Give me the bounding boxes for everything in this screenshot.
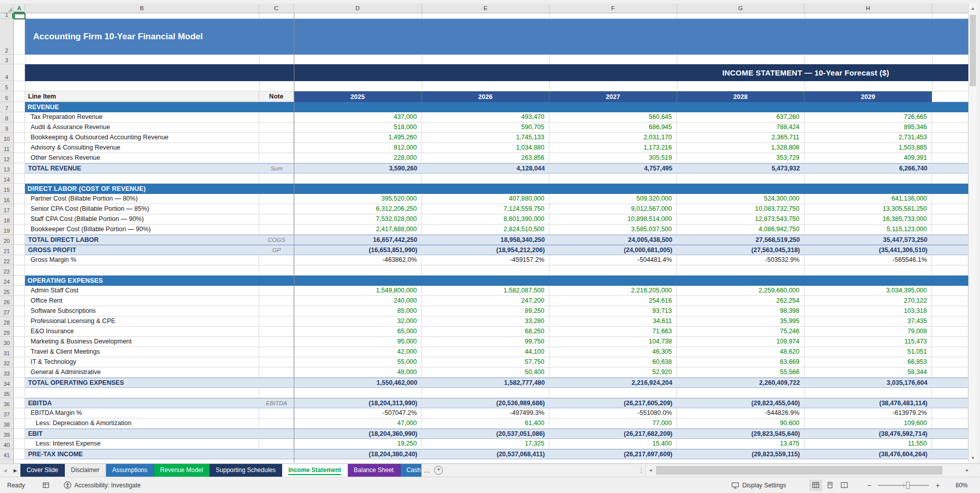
cell-I35[interactable] [932, 388, 968, 398]
sheet-tab-balance-sheet[interactable]: Balance Sheet [348, 464, 400, 477]
sheet-tab-cash[interactable]: Cash [400, 464, 421, 477]
normal-view-button[interactable] [809, 480, 822, 491]
cell-F38[interactable]: 77,000 [549, 418, 677, 429]
zoom-level[interactable]: 80% [949, 482, 968, 489]
cell-G26[interactable]: 262,254 [677, 296, 805, 306]
cell-D19[interactable]: 2,417,688,000 [294, 225, 422, 235]
cell-G38[interactable]: 90,600 [677, 418, 805, 429]
cell-E13[interactable]: 4,128,044 [422, 163, 549, 174]
cell-D9[interactable]: 518,000 [294, 122, 422, 133]
cell-F19[interactable]: 3,585,037,500 [549, 225, 677, 235]
cell-I23[interactable] [932, 265, 968, 276]
cell-C14[interactable] [259, 174, 294, 184]
cell-B15[interactable]: DIRECT LABOR (COST OF REVENUE) [25, 184, 968, 194]
cell-I34[interactable] [932, 378, 968, 388]
vertical-scrollbar-thumb[interactable] [970, 15, 976, 86]
zoom-slider-thumb[interactable] [906, 482, 910, 489]
cell-E8[interactable]: 493,470 [422, 112, 549, 122]
cell-A26[interactable] [14, 296, 25, 306]
cell-A30[interactable] [14, 337, 25, 347]
cell-A28[interactable] [14, 316, 25, 327]
cell-E32[interactable]: 57,750 [422, 357, 549, 367]
cell-F17[interactable]: 9,012,567,000 [549, 204, 677, 214]
header-year-2025[interactable]: 2025 [294, 91, 422, 102]
accessibility-status[interactable]: Accessibility: Investigate [64, 481, 141, 489]
cell-H17[interactable]: 13,305,581,250 [805, 204, 932, 214]
row-header-25[interactable]: 25 [0, 286, 13, 296]
cell-C40[interactable] [259, 439, 294, 449]
cell-I28[interactable] [932, 316, 968, 327]
sheet-tab-revenue-model[interactable]: Revenue Model [154, 464, 210, 477]
sheet-tab-disclaimer[interactable]: Disclaimer [65, 464, 106, 477]
cell-E37[interactable]: -497499.3% [422, 408, 549, 418]
cell-B35[interactable] [25, 388, 259, 398]
cell-B31[interactable]: Travel & Client Meetings [25, 347, 259, 357]
cell-A24[interactable] [14, 276, 25, 286]
row-header-17[interactable]: 17 [0, 204, 13, 214]
cell-I18[interactable] [932, 214, 968, 225]
cell-F13[interactable]: 4,757,495 [549, 163, 677, 174]
cell-F35[interactable] [549, 388, 677, 398]
cell-A11[interactable] [14, 143, 25, 153]
cell-D13[interactable]: 3,590,260 [294, 163, 422, 174]
cell-H27[interactable]: 103,318 [805, 306, 932, 316]
cell-C21[interactable]: GP [259, 245, 294, 255]
cell-C13[interactable]: Sum [259, 163, 294, 174]
cell-E41[interactable]: (20,537,068,411) [422, 449, 549, 459]
cell-A36[interactable] [14, 398, 25, 408]
header-year-2026[interactable]: 2026 [422, 91, 549, 102]
cell-H8[interactable]: 726,665 [805, 112, 932, 122]
cell-D27[interactable]: 85,000 [294, 306, 422, 316]
cell-D17[interactable]: 6,312,206,250 [294, 204, 422, 214]
row-header-29[interactable]: 29 [0, 327, 13, 337]
cell-I36[interactable] [932, 398, 968, 408]
row-header-39[interactable]: 39 [0, 429, 13, 439]
sheet-tab-assumptions[interactable]: Assumptions [106, 464, 154, 477]
cell-I11[interactable] [932, 143, 968, 153]
cell-F27[interactable]: 93,713 [549, 306, 677, 316]
column-header-B[interactable]: B [25, 4, 259, 13]
cell-I38[interactable] [932, 418, 968, 429]
cell-A17[interactable] [14, 204, 25, 214]
cell-E19[interactable]: 2,824,510,500 [422, 225, 549, 235]
cell-A34[interactable] [14, 378, 25, 388]
cell-C23[interactable] [259, 265, 294, 276]
cell-B23[interactable] [25, 265, 259, 276]
cell-E35[interactable] [422, 388, 549, 398]
cell-B17[interactable]: Senior CPA Cost (Billable Portion — 85%) [25, 204, 259, 214]
row-header-18[interactable]: 18 [0, 214, 13, 225]
cell-F37[interactable]: -551080.0% [549, 408, 677, 418]
cell-C20[interactable]: COGS [259, 235, 294, 245]
cell-H30[interactable]: 115,473 [805, 337, 932, 347]
cell-G13[interactable]: 5,473,932 [677, 163, 805, 174]
cell-D36[interactable]: (18,204,313,990) [294, 398, 422, 408]
active-cell-selection[interactable] [14, 13, 26, 19]
cell-G39[interactable]: (29,823,545,640) [677, 429, 805, 439]
cell-C28[interactable] [259, 316, 294, 327]
cell-G25[interactable]: 2,259,660,000 [677, 286, 805, 296]
cell-B8[interactable]: Tax Preparation Revenue [25, 112, 259, 122]
cell-D26[interactable]: 240,000 [294, 296, 422, 306]
cell-F32[interactable]: 60,638 [549, 357, 677, 367]
cell-D14[interactable] [294, 174, 422, 184]
cell-D41[interactable]: (18,204,380,240) [294, 449, 422, 459]
cell-A31[interactable] [14, 347, 25, 357]
row-header-35[interactable]: 35 [0, 388, 13, 398]
cell-G9[interactable]: 788,424 [677, 122, 805, 133]
header-year-2029[interactable]: 2029 [805, 91, 932, 102]
cell-E22[interactable]: -459157.2% [422, 255, 549, 265]
cell-H28[interactable]: 37,435 [805, 316, 932, 327]
cell-D25[interactable]: 1,549,800,000 [294, 286, 422, 296]
cell-H19[interactable]: 5,115,123,000 [805, 225, 932, 235]
cell-F41[interactable]: (26,217,697,609) [549, 449, 677, 459]
cell-A32[interactable] [14, 357, 25, 367]
cell-E10[interactable]: 1,745,133 [422, 133, 549, 143]
cell-F29[interactable]: 71,663 [549, 327, 677, 337]
cell-H16[interactable]: 641,136,000 [805, 194, 932, 204]
cell-G23[interactable] [677, 265, 805, 276]
cell-I10[interactable] [932, 133, 968, 143]
tab-splitter-gripper[interactable]: ⋮ [637, 464, 645, 477]
cell-I21[interactable] [932, 245, 968, 255]
cell-E17[interactable]: 7,124,559,750 [422, 204, 549, 214]
cell-I26[interactable] [932, 296, 968, 306]
